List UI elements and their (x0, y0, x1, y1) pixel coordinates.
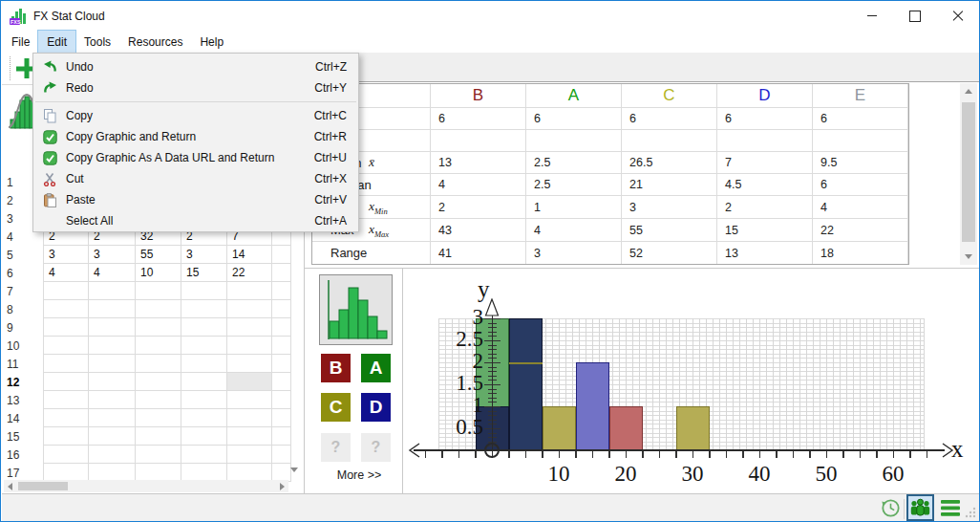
sheet-cell-r8c5[interactable] (227, 300, 272, 318)
sheet-cell-r14c3[interactable] (136, 409, 181, 427)
row-header-1[interactable]: 1 (7, 176, 32, 189)
sheet-cell-r9c3[interactable] (136, 318, 181, 337)
edit-menu-item-paste[interactable]: PasteCtrl+V (33, 189, 358, 210)
stats-column-header-A[interactable]: A (526, 83, 622, 108)
sheet-cell-r8c6[interactable] (272, 300, 291, 318)
chart-bar-C-7[interactable] (676, 406, 710, 450)
sheet-cell-r14c5[interactable] (227, 409, 272, 427)
sheet-cell-r16c4[interactable] (181, 446, 227, 464)
sheet-cell-r5c3[interactable]: 55 (136, 246, 181, 264)
sheet-cell-r5c5[interactable]: 14 (227, 246, 272, 264)
sheet-cell-r8c1[interactable] (43, 300, 89, 318)
row-header-13[interactable]: 13 (7, 394, 32, 407)
sheet-cell-r7c4[interactable] (181, 282, 227, 300)
sheet-cell-r14c1[interactable] (43, 409, 89, 427)
sheet-cell-r9c6[interactable] (272, 318, 291, 337)
sheet-cell-r13c2[interactable] (89, 391, 136, 409)
sheet-cell-r15c1[interactable] (43, 427, 89, 446)
series-button-D[interactable]: D (361, 393, 391, 422)
sheet-cell-r14c6[interactable] (272, 409, 291, 427)
sheet-cell-r12c5[interactable] (227, 373, 272, 391)
sheet-cell-r12c6[interactable] (272, 373, 291, 391)
sheet-cell-r5c2[interactable]: 3 (89, 246, 136, 264)
scroll-left-icon[interactable] (8, 483, 12, 490)
row-header-16[interactable]: 16 (7, 448, 32, 462)
sheet-cell-r15c5[interactable] (227, 427, 272, 446)
edit-menu-item-undo[interactable]: UndoCtrl+Z (33, 56, 358, 77)
scroll-down-icon[interactable] (965, 254, 972, 259)
series-button-A[interactable]: A (361, 354, 391, 382)
sheet-cell-r6c3[interactable]: 10 (136, 264, 181, 282)
menu-tools[interactable]: Tools (75, 31, 119, 53)
more-link[interactable]: More >> (326, 468, 393, 482)
edit-menu-item-select-all[interactable]: Select AllCtrl+A (33, 210, 358, 231)
menu-help[interactable]: Help (191, 31, 232, 53)
close-button[interactable] (936, 1, 979, 31)
stats-column-header-D[interactable]: D (717, 83, 813, 108)
sheet-cell-r13c5[interactable] (227, 391, 272, 409)
stats-column-header-C[interactable]: C (622, 83, 717, 108)
sheet-cell-r10c4[interactable] (181, 337, 227, 355)
row-header-11[interactable]: 11 (7, 358, 32, 371)
data-view-button[interactable] (906, 494, 934, 521)
row-header-2[interactable]: 2 (7, 194, 32, 207)
sheet-cell-r11c6[interactable] (272, 355, 291, 373)
row-header-15[interactable]: 15 (7, 430, 32, 444)
menu-resources[interactable]: Resources (119, 31, 191, 53)
sheet-cell-r11c3[interactable] (136, 355, 181, 373)
sheet-cell-r10c3[interactable] (136, 337, 181, 355)
sheet-cell-r9c2[interactable] (89, 318, 136, 337)
chart-bar-D-5[interactable] (576, 362, 609, 450)
row-header-10[interactable]: 10 (7, 339, 32, 353)
sheet-cell-r11c1[interactable] (43, 355, 89, 373)
resize-grip-icon[interactable] (964, 506, 977, 519)
sheet-cell-r15c3[interactable] (136, 427, 181, 446)
row-header-6[interactable]: 6 (7, 267, 32, 280)
sheet-cell-r8c4[interactable] (181, 300, 227, 318)
sheet-cell-r10c6[interactable] (272, 337, 291, 355)
sheet-cell-r5c4[interactable]: 3 (181, 246, 227, 264)
sheet-h-scrollbar-thumb[interactable] (18, 482, 68, 490)
series-button-B[interactable]: B (321, 354, 351, 382)
sheet-scroll-down-icon[interactable] (290, 468, 298, 472)
sheet-cell-r7c1[interactable] (43, 282, 89, 300)
sheet-cell-r16c2[interactable] (89, 446, 136, 464)
sheet-cell-r16c3[interactable] (136, 446, 181, 464)
maximize-button[interactable] (893, 1, 936, 31)
sheet-cell-r7c2[interactable] (89, 282, 136, 300)
sheet-cell-r5c1[interactable]: 3 (43, 246, 89, 264)
sheet-cell-r12c1[interactable] (43, 373, 89, 391)
edit-menu-item-cut[interactable]: CutCtrl+X (33, 168, 358, 189)
sheet-cell-r6c4[interactable]: 15 (181, 264, 227, 282)
minimize-button[interactable] (850, 1, 893, 31)
row-header-4[interactable]: 4 (7, 230, 32, 244)
chart-bar-B-6[interactable] (609, 406, 643, 450)
row-header-9[interactable]: 9 (7, 321, 32, 335)
sheet-cell-r6c6[interactable] (272, 264, 291, 282)
sheet-cell-r12c3[interactable] (136, 373, 181, 391)
sheet-cell-r8c2[interactable] (89, 300, 136, 318)
edit-menu-item-redo[interactable]: RedoCtrl+Y (33, 77, 358, 98)
edit-menu-item-copy[interactable]: CopyCtrl+C (33, 105, 358, 126)
sheet-cell-r16c6[interactable] (272, 446, 291, 464)
histogram-thumbnail-button[interactable] (319, 274, 393, 345)
sheet-cell-r6c5[interactable]: 22 (227, 264, 272, 282)
sheet-cell-r15c2[interactable] (89, 427, 136, 446)
row-header-8[interactable]: 8 (7, 303, 32, 316)
sheet-cell-r15c6[interactable] (272, 427, 291, 446)
history-icon[interactable] (880, 497, 902, 519)
scroll-right-icon[interactable] (280, 483, 285, 490)
sheet-cell-r10c2[interactable] (89, 337, 136, 355)
sheet-cell-r11c4[interactable] (181, 355, 227, 373)
sheet-cell-r15c4[interactable] (181, 427, 227, 446)
row-header-7[interactable]: 7 (7, 285, 32, 298)
stats-column-header-B[interactable]: B (431, 83, 526, 108)
stats-v-scrollbar-thumb[interactable] (962, 102, 975, 242)
sheet-cell-r13c1[interactable] (43, 391, 89, 409)
sheet-cell-r13c4[interactable] (181, 391, 227, 409)
sheet-cell-r7c3[interactable] (136, 282, 181, 300)
series-button-C[interactable]: C (321, 393, 351, 422)
chart-bar-D-2[interactable] (509, 318, 543, 450)
menu-icon[interactable] (940, 499, 961, 517)
sheet-cell-r16c5[interactable] (227, 446, 272, 464)
